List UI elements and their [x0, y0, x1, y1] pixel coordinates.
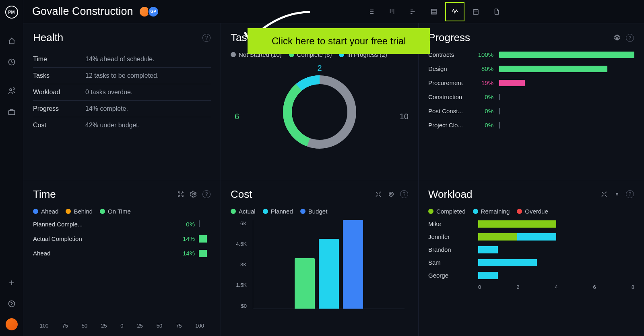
legend-item[interactable]: On Time [100, 208, 131, 215]
time-row: Planned Comple...0% [33, 220, 211, 228]
panel-health: Health ? Time14% ahead of schedule.Tasks… [23, 23, 221, 180]
legend-item[interactable]: Ahead [33, 208, 58, 215]
progress-row: Construction0% [428, 93, 634, 100]
health-value: 12 tasks to be completed. [85, 72, 159, 79]
progress-row: Design80% [428, 65, 634, 72]
workload-segment [478, 246, 498, 253]
gear-icon[interactable] [613, 33, 621, 42]
help-icon[interactable]: ? [625, 190, 634, 199]
member-avatar[interactable]: GP [148, 6, 159, 17]
legend-dot [231, 209, 236, 214]
nav-home-icon[interactable] [4, 34, 19, 48]
svg-rect-5 [473, 9, 478, 14]
health-row: Workload0 tasks overdue. [33, 84, 211, 101]
view-gantt-icon[interactable] [403, 2, 423, 21]
panel-workload: Workload ? CompletedRemainingOverdue Mik… [419, 180, 644, 336]
svg-point-10 [193, 193, 195, 195]
progress-bar [499, 94, 634, 100]
progress-name: Design [428, 65, 469, 72]
health-value: 0 tasks overdue. [85, 89, 132, 96]
panel-cost: Cost ? ActualPlannedBudget 6K4.5K3K1.5K$… [221, 180, 418, 336]
axis-tick: $0 [231, 303, 247, 309]
health-value: 42% under budget. [85, 122, 140, 129]
view-dashboard-icon[interactable] [445, 2, 464, 21]
workload-row: Sam [428, 259, 634, 266]
help-icon[interactable]: ? [202, 190, 211, 199]
help-icon[interactable]: ? [625, 33, 634, 42]
gear-icon[interactable] [189, 190, 198, 199]
workload-name: Brandon [428, 246, 473, 253]
nav-team-icon[interactable] [4, 84, 19, 98]
progress-pct: 80% [474, 65, 493, 72]
project-members[interactable]: GP [141, 6, 159, 17]
donut-label-complete: 6 [235, 112, 239, 121]
workload-bar [478, 233, 634, 241]
axis-tick: 2 [516, 284, 519, 290]
legend-label: Behind [74, 208, 93, 215]
axis-tick: 25 [101, 323, 107, 329]
time-value: 14% [175, 250, 195, 257]
axis-tick: 0 [478, 284, 481, 290]
axis-tick: 75 [176, 323, 182, 329]
progress-pct: 0% [474, 108, 493, 114]
axis-tick: 4 [555, 284, 557, 290]
legend-label: Remaining [481, 208, 510, 215]
help-icon[interactable]: ? [202, 33, 211, 42]
cost-bar [343, 220, 363, 309]
progress-name: Procurement [428, 79, 469, 86]
workload-row: George [428, 272, 634, 279]
view-list-icon[interactable] [361, 2, 381, 21]
user-avatar[interactable] [6, 318, 18, 330]
gear-icon[interactable] [613, 190, 621, 199]
free-trial-cta[interactable]: Click here to start your free trial [248, 28, 430, 54]
nav-add-icon[interactable] [4, 276, 19, 290]
panel-title: Workload [428, 188, 472, 201]
expand-icon[interactable] [374, 190, 383, 199]
nav-recent-icon[interactable] [4, 55, 19, 69]
axis-tick: 100 [195, 323, 204, 329]
legend-label: Completed [436, 208, 466, 215]
expand-icon[interactable] [176, 190, 185, 199]
axis-tick: 0 [120, 323, 123, 329]
expand-icon[interactable] [600, 190, 609, 199]
svg-rect-4 [431, 9, 436, 14]
progress-row: Post Const...0% [428, 108, 634, 114]
health-row: Time14% ahead of schedule. [33, 51, 211, 68]
view-board-icon[interactable] [382, 2, 402, 21]
app-logo[interactable]: PM [5, 6, 18, 19]
time-label: Actual Completion [33, 235, 171, 242]
panel-progress: Progress ? Contracts100%Design80%Procure… [419, 23, 644, 180]
legend-item[interactable]: Completed [428, 208, 466, 215]
workload-segment [478, 259, 537, 266]
view-calendar-icon[interactable] [466, 2, 485, 21]
nav-briefcase-icon[interactable] [4, 105, 19, 119]
legend-item[interactable]: Behind [66, 208, 93, 215]
view-files-icon[interactable] [487, 2, 506, 21]
axis-tick: 1.5K [231, 282, 247, 288]
progress-pct: 0% [474, 122, 493, 129]
gear-icon[interactable] [387, 190, 396, 199]
view-sheet-icon[interactable] [424, 2, 444, 21]
workload-bar [478, 259, 634, 266]
help-icon[interactable]: ? [400, 190, 409, 199]
workload-name: Sam [428, 259, 473, 266]
legend-dot [100, 209, 105, 214]
axis-tick: 6 [593, 284, 596, 290]
time-bar [199, 250, 211, 257]
legend-item[interactable]: Planned [263, 208, 293, 215]
legend-item[interactable]: Actual [231, 208, 256, 215]
legend-dot [263, 209, 268, 214]
workload-bar [478, 220, 634, 228]
nav-help-icon[interactable] [4, 297, 19, 311]
cost-bar-chart: 6K4.5K3K1.5K$0 [231, 220, 409, 321]
workload-name: George [428, 272, 473, 279]
axis-tick: 50 [157, 323, 162, 329]
progress-bar [499, 122, 634, 129]
legend-label: Budget [308, 208, 328, 215]
view-tabs [361, 2, 506, 21]
health-label: Workload [33, 89, 85, 96]
legend-item[interactable]: Remaining [473, 208, 510, 215]
health-label: Cost [33, 122, 85, 129]
legend-item[interactable]: Overdue [517, 208, 548, 215]
legend-item[interactable]: Budget [300, 208, 328, 215]
